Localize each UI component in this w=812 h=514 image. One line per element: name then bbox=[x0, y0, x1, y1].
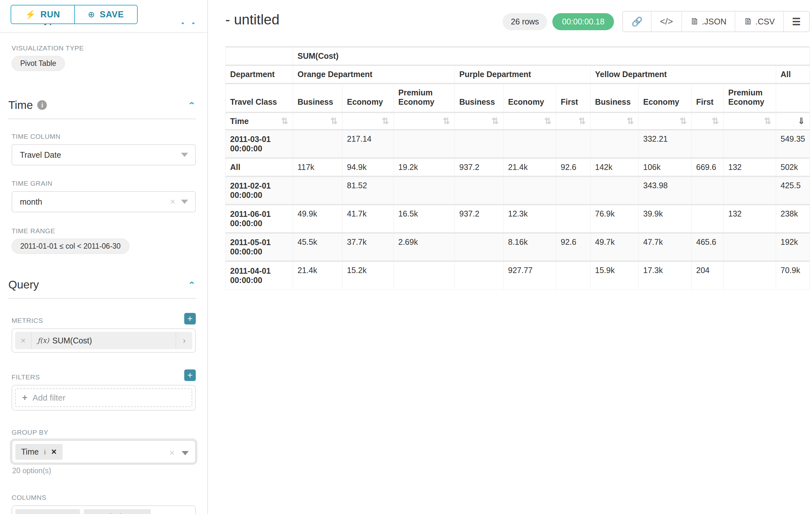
add-filter-dropzone[interactable]: + Add filter bbox=[15, 388, 192, 407]
sortable-column-header[interactable]: ⇅ bbox=[639, 112, 692, 130]
collapse-time-section-chevron-icon[interactable]: ⌃ bbox=[188, 101, 196, 110]
add-filter-button[interactable]: + bbox=[184, 370, 196, 381]
view-query-button[interactable]: </> bbox=[651, 11, 681, 31]
sort-toggle-icon[interactable]: ⇅ bbox=[281, 116, 288, 126]
sort-toggle-icon[interactable]: ⇅ bbox=[679, 116, 687, 126]
save-button[interactable]: ⊕ SAVE bbox=[74, 5, 137, 23]
pivot-value-cell bbox=[724, 130, 776, 158]
sort-toggle-icon[interactable]: ⇅ bbox=[330, 116, 338, 126]
sortable-column-header[interactable]: ⇓ bbox=[776, 112, 810, 130]
remove-chip-icon[interactable]: ✕ bbox=[68, 513, 74, 514]
sort-toggle-icon[interactable]: ⇅ bbox=[712, 116, 719, 126]
sortable-column-header[interactable]: ⇅ bbox=[692, 112, 724, 130]
pivot-value-cell: 15.9k bbox=[590, 261, 639, 290]
section-divider bbox=[8, 298, 196, 299]
remove-chip-icon[interactable]: ✕ bbox=[139, 513, 145, 514]
sort-toggle-icon[interactable]: ⇅ bbox=[491, 116, 499, 126]
sortable-column-header[interactable]: ⇅ bbox=[293, 112, 343, 130]
pivot-value-cell bbox=[455, 233, 503, 261]
more-options-button[interactable]: ☰ bbox=[783, 11, 809, 31]
travel-class-header: Business bbox=[590, 83, 639, 112]
travel-class-header: Premium Economy bbox=[394, 83, 455, 112]
time-row-header[interactable]: Time⇅ bbox=[226, 112, 293, 130]
pivot-data-row: 2011-02-0100:00:0081.52343.98425.5 bbox=[226, 177, 810, 205]
pivot-value-cell: 92.6 bbox=[556, 158, 590, 177]
columns-select[interactable]: Department✕Travel Class✕ × bbox=[11, 505, 196, 514]
sortable-column-header[interactable]: ⇅ bbox=[343, 112, 394, 130]
export-csv-button[interactable]: 🗎 .CSV bbox=[735, 11, 783, 31]
pivot-value-cell bbox=[293, 177, 343, 205]
pivot-value-cell: 70.9k bbox=[776, 261, 810, 290]
metric-chip[interactable]: × ƒ(x) SUM(Cost) › bbox=[15, 332, 192, 349]
sortable-column-header[interactable]: ⇅ bbox=[503, 112, 556, 130]
sortable-column-header[interactable]: ⇅ bbox=[394, 112, 455, 130]
sort-toggle-icon[interactable]: ⇅ bbox=[764, 116, 771, 126]
sortable-column-header[interactable]: ⇅ bbox=[455, 112, 503, 130]
info-icon[interactable]: i bbox=[44, 448, 46, 456]
remove-metric-icon[interactable]: × bbox=[15, 332, 32, 349]
run-button[interactable]: ⚡ RUN bbox=[11, 5, 74, 23]
pivot-value-cell: 15.2k bbox=[343, 261, 394, 290]
pivot-value-cell: 142k bbox=[590, 158, 639, 177]
visualization-type-pill[interactable]: Pivot Table bbox=[11, 56, 65, 71]
plus-icon: + bbox=[22, 393, 27, 403]
selected-option-chip[interactable]: Travel Class✕ bbox=[84, 509, 150, 514]
panel-drag-handle[interactable] bbox=[182, 23, 195, 24]
department-group-header: Orange Department bbox=[293, 65, 455, 83]
pivot-data-row: 2011-05-0100:00:0045.5k37.7k2.69k8.16k92… bbox=[226, 233, 810, 261]
pivot-value-cell: 937.2 bbox=[455, 205, 503, 233]
time-grain-select[interactable]: month × bbox=[11, 191, 196, 212]
clear-icon[interactable]: × bbox=[170, 197, 175, 207]
sortable-column-header[interactable]: ⇅ bbox=[724, 112, 776, 130]
sort-toggle-icon[interactable]: ⇅ bbox=[578, 116, 586, 126]
pivot-value-cell: 76.9k bbox=[590, 205, 639, 233]
travel-class-header: Business bbox=[455, 83, 503, 112]
chevron-right-icon[interactable]: › bbox=[176, 332, 192, 349]
export-toolbar: 🔗 </> 🗎 .JSON 🗎 .CSV ☰ bbox=[622, 11, 810, 32]
sortable-column-header[interactable]: ⇅ bbox=[590, 112, 639, 130]
pivot-value-cell bbox=[503, 130, 556, 158]
file-csv-icon: 🗎 bbox=[744, 17, 753, 27]
chart-type-section: Chart Type ⚡ RUN ⊕ SAVE bbox=[0, 0, 207, 33]
export-json-button[interactable]: 🗎 .JSON bbox=[682, 11, 735, 31]
sort-descending-active-icon[interactable]: ⇓ bbox=[798, 116, 805, 126]
pivot-value-cell: 465.6 bbox=[692, 233, 724, 261]
function-icon: ƒ(x) bbox=[37, 337, 49, 344]
sort-toggle-icon[interactable]: ⇅ bbox=[627, 116, 634, 126]
row-label-cell: 2011-02-0100:00:00 bbox=[226, 177, 293, 205]
time-section-title: Time i bbox=[8, 99, 47, 111]
time-column-select[interactable]: Travel Date bbox=[11, 144, 196, 165]
pivot-value-cell: 16.5k bbox=[394, 205, 455, 233]
department-group-header: All bbox=[776, 65, 810, 83]
group-by-select[interactable]: Timei✕ × bbox=[11, 440, 196, 463]
selected-option-chip[interactable]: Department✕ bbox=[16, 509, 80, 514]
info-icon[interactable]: i bbox=[37, 100, 47, 110]
sort-toggle-icon[interactable]: ⇅ bbox=[544, 116, 551, 126]
pivot-value-cell: 49.7k bbox=[590, 233, 639, 261]
chart-title[interactable]: - untitled bbox=[225, 11, 280, 28]
selected-option-chip[interactable]: Timei✕ bbox=[16, 444, 63, 460]
filters-control: + Add filter bbox=[11, 385, 196, 410]
pivot-value-cell: 502k bbox=[776, 158, 810, 177]
pivot-value-cell bbox=[556, 261, 590, 290]
group-by-label: GROUP BY bbox=[11, 429, 207, 436]
sort-toggle-icon[interactable]: ⇅ bbox=[443, 116, 450, 126]
pivot-value-cell: 49.9k bbox=[293, 205, 343, 233]
copy-link-button[interactable]: 🔗 bbox=[623, 11, 651, 31]
clear-icon[interactable]: × bbox=[170, 448, 175, 458]
pivot-value-cell: 19.2k bbox=[394, 158, 455, 177]
add-metric-button[interactable]: + bbox=[184, 313, 196, 324]
collapse-query-section-chevron-icon[interactable]: ⌃ bbox=[188, 280, 196, 289]
pivot-value-cell bbox=[394, 130, 455, 158]
sortable-column-header[interactable]: ⇅ bbox=[556, 112, 590, 130]
pivot-value-cell: 192k bbox=[776, 233, 810, 261]
remove-chip-icon[interactable]: ✕ bbox=[51, 448, 57, 456]
pivot-value-cell bbox=[455, 177, 503, 205]
pivot-value-cell: 204 bbox=[692, 261, 724, 290]
pivot-table: SUM(Cost)DepartmentOrange DepartmentPurp… bbox=[225, 46, 810, 290]
time-range-pill[interactable]: 2011-01-01 ≤ col < 2011-06-30 bbox=[11, 239, 129, 254]
sort-toggle-icon[interactable]: ⇅ bbox=[382, 116, 389, 126]
pivot-data-row: 2011-06-0100:00:0049.9k41.7k16.5k937.212… bbox=[226, 205, 810, 233]
pivot-value-cell: 45.5k bbox=[293, 233, 343, 261]
time-column-label: TIME COLUMN bbox=[11, 133, 207, 140]
